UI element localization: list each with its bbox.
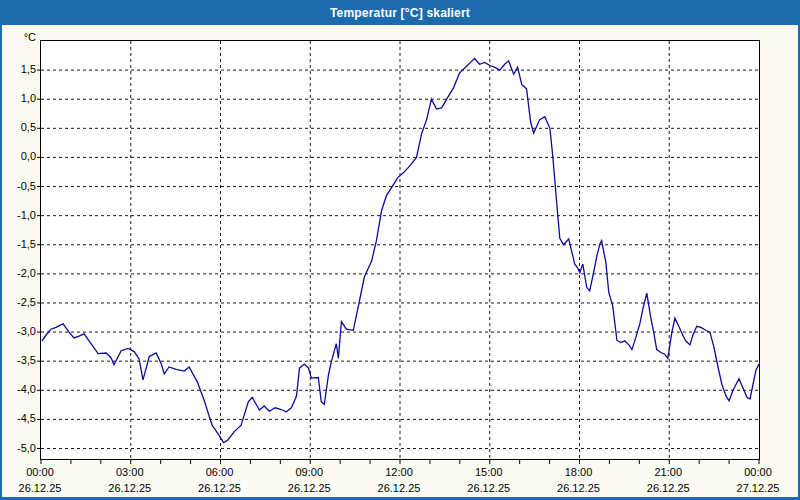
y-tick-label: 0,0 [2, 150, 36, 162]
y-tick-label: 1,5 [2, 63, 36, 75]
x-tick-time-label: 09:00 [277, 466, 341, 479]
y-tick-label: -4,0 [2, 383, 36, 395]
y-tick-label: -1,5 [2, 238, 36, 250]
y-tick-label: -3,5 [2, 354, 36, 366]
y-tick-label: -3,0 [2, 325, 36, 337]
plot-area[interactable] [40, 40, 760, 460]
temperature-line-chart [41, 41, 759, 459]
x-tick-time-label: 12:00 [367, 466, 431, 479]
window-title-bar[interactable]: Temperatur [°C] skaliert [0, 0, 800, 25]
y-tick-label: -2,0 [2, 267, 36, 279]
x-tick-date-label: 26.12.25 [8, 482, 72, 495]
x-tick-date-label: 26.12.25 [277, 482, 341, 495]
y-tick-label: -4,5 [2, 412, 36, 424]
y-tick-label: -2,5 [2, 296, 36, 308]
x-tick-date-label: 26.12.25 [98, 482, 162, 495]
x-tick-date-label: 26.12.25 [188, 482, 252, 495]
x-tick-date-label: 27.12.25 [726, 482, 790, 495]
x-tick-time-label: 03:00 [98, 466, 162, 479]
x-tick-time-label: 18:00 [547, 466, 611, 479]
x-tick-date-label: 26.12.25 [457, 482, 521, 495]
window-title: Temperatur [°C] skaliert [330, 6, 470, 20]
y-tick-label: -5,0 [2, 442, 36, 454]
x-tick-time-label: 21:00 [636, 466, 700, 479]
x-tick-date-label: 26.12.25 [636, 482, 700, 495]
x-tick-time-label: 00:00 [8, 466, 72, 479]
y-tick-label: -1,0 [2, 209, 36, 221]
chart-window: Temperatur [°C] skaliert °C 1,51,00,50,0… [0, 0, 800, 500]
x-tick-date-label: 26.12.25 [367, 482, 431, 495]
y-tick-label: 1,0 [2, 92, 36, 104]
y-tick-label: 0,5 [2, 121, 36, 133]
x-tick-time-label: 15:00 [457, 466, 521, 479]
x-tick-time-label: 06:00 [188, 466, 252, 479]
x-tick-date-label: 26.12.25 [547, 482, 611, 495]
y-tick-label: -0,5 [2, 180, 36, 192]
y-axis-unit-label: °C [2, 31, 36, 43]
x-tick-time-label: 00:00 [726, 466, 790, 479]
chart-area: °C 1,51,00,50,0-0,5-1,0-1,5-2,0-2,5-3,0-… [2, 25, 798, 497]
